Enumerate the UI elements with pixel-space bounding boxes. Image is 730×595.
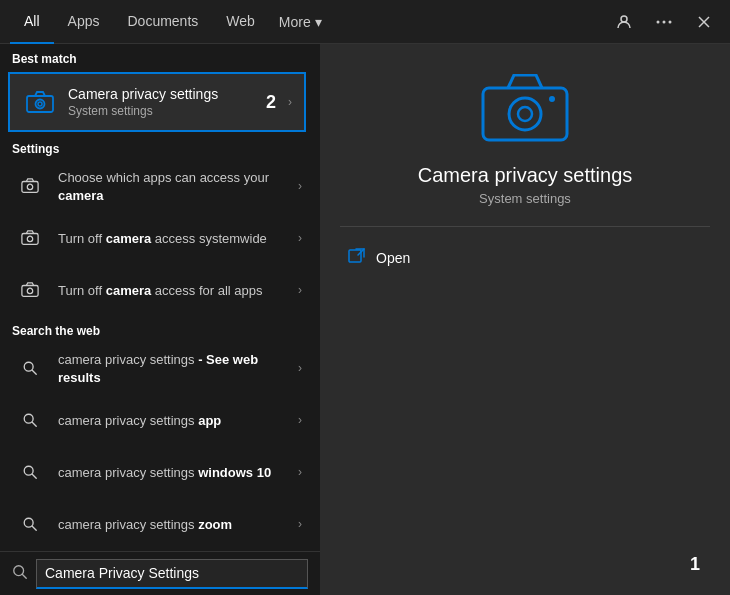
search-icon-1 xyxy=(12,402,48,438)
web-item-2[interactable]: camera privacy settings windows 10 › xyxy=(0,446,314,498)
svg-point-12 xyxy=(27,236,32,241)
chevron-right-icon: › xyxy=(298,231,302,245)
camera-icon-large xyxy=(22,84,58,120)
search-icon-0 xyxy=(12,350,48,386)
web-item-1[interactable]: camera privacy settings app › xyxy=(0,394,314,446)
nav-icons xyxy=(608,6,720,38)
web-item-text-2: camera privacy settings windows 10 xyxy=(58,463,290,481)
svg-point-2 xyxy=(663,20,666,23)
best-match-label: Best match xyxy=(0,44,314,70)
svg-rect-9 xyxy=(22,182,38,193)
settings-item-1[interactable]: Turn off camera access systemwide › xyxy=(0,212,314,264)
svg-line-20 xyxy=(32,474,36,478)
best-match-badge: 2 xyxy=(266,92,276,113)
right-panel-title: Camera privacy settings xyxy=(418,164,633,187)
search-input[interactable] xyxy=(45,565,299,581)
best-match-title: Camera privacy settings xyxy=(68,86,266,102)
ellipsis-icon[interactable] xyxy=(648,6,680,38)
wi3-n: camera privacy settings xyxy=(58,517,198,532)
settings-item-text-1: Turn off camera access systemwide xyxy=(58,229,290,247)
search-bar xyxy=(0,551,320,595)
chevron-right-icon: › xyxy=(298,283,302,297)
badge-1-wrapper: 1 xyxy=(690,554,700,575)
svg-line-18 xyxy=(32,422,36,426)
more-arrow-icon: ▾ xyxy=(315,14,322,30)
wi3-b: zoom xyxy=(198,517,232,532)
svg-line-22 xyxy=(32,526,36,530)
left-panel: Best match Camera privacy settings Syste… xyxy=(0,44,320,551)
search-icon-3 xyxy=(12,506,48,542)
more-label: More xyxy=(279,14,311,30)
svg-point-0 xyxy=(621,16,627,22)
si1-n2: access systemwide xyxy=(151,231,267,246)
chevron-right-icon: › xyxy=(298,465,302,479)
chevron-right-icon: › xyxy=(298,517,302,531)
open-icon xyxy=(348,247,366,269)
nav-tabs: All Apps Documents Web More ▾ xyxy=(10,0,608,44)
camera-icon-s1 xyxy=(12,220,48,256)
web-item-3[interactable]: camera privacy settings zoom › xyxy=(0,498,314,550)
svg-rect-6 xyxy=(27,96,53,112)
open-label: Open xyxy=(376,250,410,266)
camera-icon-s0 xyxy=(12,168,48,204)
main-content: Best match Camera privacy settings Syste… xyxy=(0,44,730,595)
search-icon-2 xyxy=(12,454,48,490)
best-match-subtitle: System settings xyxy=(68,104,266,118)
more-menu[interactable]: More ▾ xyxy=(269,0,332,44)
tab-all[interactable]: All xyxy=(10,0,54,44)
search-bar-icon xyxy=(12,564,28,584)
close-icon[interactable] xyxy=(688,6,720,38)
svg-rect-13 xyxy=(22,286,38,297)
wi0-n: camera privacy settings xyxy=(58,352,195,367)
si2-n2: access for all apps xyxy=(151,283,262,298)
web-item-text-1: camera privacy settings app xyxy=(58,411,290,429)
tab-documents[interactable]: Documents xyxy=(113,0,212,44)
svg-rect-11 xyxy=(22,234,38,245)
divider xyxy=(340,226,710,227)
chevron-right-icon: › xyxy=(288,95,292,109)
badge-1: 1 xyxy=(690,554,700,574)
best-match-item[interactable]: Camera privacy settings System settings … xyxy=(8,72,306,132)
svg-point-33 xyxy=(518,107,532,121)
camera-icon-s2 xyxy=(12,272,48,308)
settings-item-2[interactable]: Turn off camera access for all apps › xyxy=(0,264,314,316)
right-panel: Camera privacy settings System settings … xyxy=(320,44,730,595)
settings-item-normal-0: Choose which apps can access your xyxy=(58,170,269,185)
svg-point-14 xyxy=(27,288,32,293)
svg-line-30 xyxy=(22,574,26,578)
svg-point-10 xyxy=(27,184,32,189)
svg-point-8 xyxy=(38,102,42,106)
svg-rect-35 xyxy=(349,250,361,262)
top-nav: All Apps Documents Web More ▾ xyxy=(0,0,730,44)
wi2-b: windows 10 xyxy=(198,465,271,480)
right-panel-subtitle: System settings xyxy=(479,191,571,206)
si1-b: camera xyxy=(106,231,152,246)
person-icon[interactable] xyxy=(608,6,640,38)
svg-line-16 xyxy=(32,370,36,374)
settings-label: Settings xyxy=(0,134,314,160)
settings-item-0[interactable]: Choose which apps can access your camera… xyxy=(0,160,314,212)
open-button[interactable]: Open xyxy=(340,243,418,273)
tab-web[interactable]: Web xyxy=(212,0,269,44)
best-match-text: Camera privacy settings System settings xyxy=(68,86,266,118)
svg-point-1 xyxy=(657,20,660,23)
wi2-n: camera privacy settings xyxy=(58,465,198,480)
settings-item-text-0: Choose which apps can access your camera xyxy=(58,168,290,204)
chevron-right-icon: › xyxy=(298,361,302,375)
wi1-b: app xyxy=(198,413,221,428)
search-input-wrapper[interactable] xyxy=(36,559,308,589)
svg-point-3 xyxy=(669,20,672,23)
svg-point-34 xyxy=(549,96,555,102)
web-item-text-0: camera privacy settings - See web result… xyxy=(58,350,290,386)
svg-point-7 xyxy=(36,100,45,109)
camera-icon-right xyxy=(480,74,570,148)
si1-n1: Turn off xyxy=(58,231,106,246)
settings-item-text-2: Turn off camera access for all apps xyxy=(58,281,290,299)
web-item-0[interactable]: camera privacy settings - See web result… xyxy=(0,342,314,394)
si2-b: camera xyxy=(106,283,152,298)
chevron-right-icon: › xyxy=(298,179,302,193)
chevron-right-icon: › xyxy=(298,413,302,427)
svg-point-32 xyxy=(509,98,541,130)
web-section-label: Search the web xyxy=(0,316,314,342)
tab-apps[interactable]: Apps xyxy=(54,0,114,44)
